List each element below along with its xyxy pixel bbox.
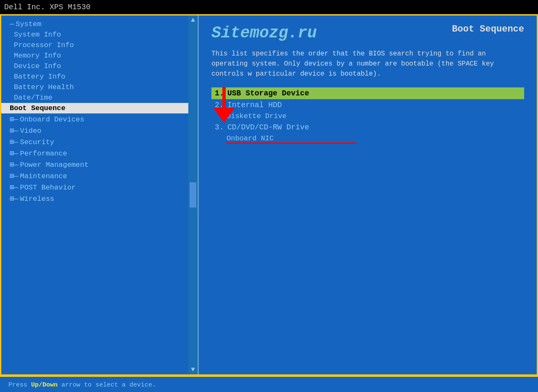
menu-items-container: —SystemSystem InfoProcessor InfoMemory I…: [1, 19, 198, 204]
status-line-1: Press Up/Down arrow to select a device.: [8, 380, 459, 390]
boot-item-num: 1.: [215, 89, 227, 97]
menu-item-performance[interactable]: ⊞—Performance: [1, 147, 198, 159]
site-logo: Sitemozg.ru: [211, 24, 317, 42]
status-line-2: Press U/D to move a device Up or Down in…: [8, 390, 459, 392]
expand-icon: —: [10, 20, 14, 28]
menu-item-boot-sequence[interactable]: Boot Sequence: [1, 103, 198, 113]
right-panel: Sitemozg.ru Boot Sequence This list spec…: [199, 16, 537, 374]
expand-icon: ⊞—: [10, 160, 18, 169]
boot-item-label: Internal HDD: [227, 101, 521, 109]
right-panel-header: Sitemozg.ru Boot Sequence: [211, 24, 524, 42]
scroll-down-arrow[interactable]: ▼: [191, 366, 195, 374]
menu-item-video[interactable]: ⊞—Video: [1, 125, 198, 136]
section-title: Boot Sequence: [452, 24, 524, 34]
menu-item-onboard-devices[interactable]: ⊞—Onboard Devices: [1, 113, 198, 125]
menu-item-battery-info[interactable]: Battery Info: [1, 71, 198, 82]
menu-item-memory-info[interactable]: Memory Info: [1, 50, 198, 61]
title-text: Dell Inc. XPS M1530: [4, 3, 90, 11]
highlight-updown: Up/Down: [31, 381, 58, 389]
menu-item-system[interactable]: —System: [1, 19, 198, 29]
boot-item-usb-storage-device[interactable]: 1.USB Storage Device: [211, 87, 524, 99]
boot-list: 1.USB Storage Device2.Internal HDDDisket…: [211, 87, 524, 144]
boot-item-cd/dvd/cd-rw-drive[interactable]: 3.CD/DVD/CD-RW Drive: [211, 121, 524, 133]
menu-item-post-behavior[interactable]: ⊞—POST Behavior: [1, 182, 198, 193]
expand-icon: ⊞—: [10, 149, 18, 158]
usb-underline: [226, 142, 356, 144]
menu-item-security[interactable]: ⊞—Security: [1, 136, 198, 147]
menu-item-wireless[interactable]: ⊞—Wireless: [1, 193, 198, 204]
boot-item-internal-hdd[interactable]: 2.Internal HDD: [211, 99, 524, 111]
menu-item-system-info[interactable]: System Info: [1, 29, 198, 40]
scroll-thumb: [190, 182, 196, 208]
menu-item-battery-health[interactable]: Battery Health: [1, 82, 198, 92]
boot-item-num: 3.: [215, 123, 227, 132]
title-bar: Dell Inc. XPS M1530: [0, 0, 538, 14]
menu-item-power-management[interactable]: ⊞—Power Management: [1, 159, 198, 170]
menu-item-maintenance[interactable]: ⊞—Maintenance: [1, 170, 198, 182]
description-text: This list specifies the order that the B…: [211, 49, 524, 79]
expand-icon: ⊞—: [10, 126, 18, 135]
expand-icon: ⊞—: [10, 183, 18, 192]
menu-item-date-time[interactable]: Date/Time: [1, 92, 198, 103]
expand-icon: ⊞—: [10, 171, 18, 180]
boot-item-label: CD/DVD/CD-RW Drive: [227, 123, 521, 132]
status-bar: Press Up/Down arrow to select a device. …: [0, 376, 538, 392]
boot-subitem: Diskette Drive: [211, 111, 524, 121]
expand-icon: ⊞—: [10, 194, 18, 203]
expand-icon: ⊞—: [10, 137, 18, 146]
left-scrollbar: ▲ ▼: [188, 16, 198, 374]
expand-icon: ⊞—: [10, 115, 18, 124]
menu-item-processor-info[interactable]: Processor Info: [1, 40, 198, 50]
menu-item-device-info[interactable]: Device Info: [1, 61, 198, 71]
boot-item-num: 2.: [215, 101, 227, 109]
status-text: Press Up/Down arrow to select a device. …: [8, 380, 459, 392]
boot-item-label: USB Storage Device: [227, 89, 521, 97]
left-panel: —SystemSystem InfoProcessor InfoMemory I…: [1, 16, 199, 374]
scroll-up-arrow[interactable]: ▲: [191, 16, 195, 24]
bios-container: —SystemSystem InfoProcessor InfoMemory I…: [0, 14, 538, 376]
